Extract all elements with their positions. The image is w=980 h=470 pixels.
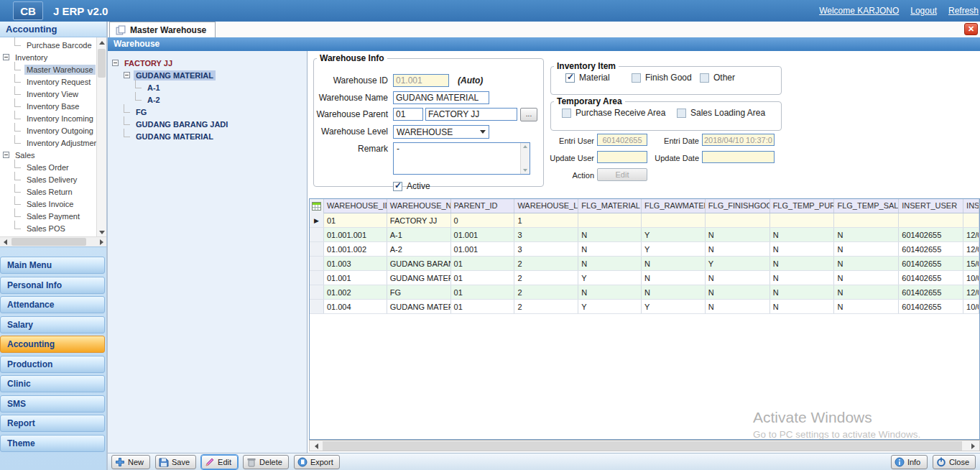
checkbox-other[interactable] (700, 73, 709, 83)
menu-salary[interactable]: Salary (0, 316, 105, 333)
link-welcome-karjono[interactable]: Welcome KARJONO (819, 6, 899, 16)
table-row[interactable]: 01.001.002A-201.0013NYNNN60140265512/0 (310, 242, 979, 257)
menu-sms[interactable]: SMS (0, 395, 105, 413)
grid-header-parent-id[interactable]: PARENT_ID (451, 199, 515, 213)
warehouse-node-gudang-material[interactable]: GUDANG MATERIAL (112, 69, 230, 81)
table-row[interactable]: 01.004GUDANG MATERIAL012YYNNN60140265510… (310, 300, 979, 314)
warehouse-parent-name-field[interactable] (425, 108, 517, 121)
remark-field[interactable]: - (393, 142, 530, 175)
option-purchase-receive-area[interactable]: Purchase Receive Area (562, 108, 665, 118)
menu-personal-info[interactable]: Personal Info (0, 277, 105, 294)
sidebar-item-sales-pos[interactable]: Sales POS (0, 222, 96, 234)
collapse-icon[interactable] (3, 54, 9, 60)
browse-parent-button[interactable]: ... (520, 108, 537, 121)
save-button[interactable]: Save (155, 455, 196, 469)
collapse-icon[interactable] (3, 152, 9, 158)
checkbox-sales-loading-area[interactable] (677, 109, 686, 118)
collapse-icon[interactable] (112, 60, 119, 66)
table-row[interactable]: 01.003GUDANG BARANG JADI012NNYNN60140265… (310, 257, 979, 271)
checkbox-label: Sales Loading Area (690, 108, 765, 118)
scrollbar-thumb[interactable] (323, 441, 962, 451)
collapse-icon[interactable] (124, 72, 130, 78)
grid-header-warehouse-level[interactable]: WAREHOUSE_LEVEL (514, 199, 578, 213)
edit-button[interactable]: Edit (201, 455, 238, 469)
scroll-up-icon[interactable] (97, 37, 107, 47)
scroll-left-icon[interactable] (310, 441, 322, 451)
warehouse-node-gudang-material[interactable]: GUDANG MATERIAL (112, 130, 230, 142)
active-checkbox-row[interactable]: Active (393, 181, 430, 191)
menu-main-menu[interactable]: Main Menu (0, 257, 105, 274)
checkbox-purchase-receive-area[interactable] (562, 109, 571, 118)
option-finish-good[interactable]: Finish Good (632, 73, 692, 83)
table-row[interactable]: ▶01FACTORY JJ01 (310, 213, 979, 228)
tree-connector-icon (14, 172, 21, 180)
entri-date-field[interactable] (702, 134, 775, 146)
table-row[interactable]: 01.001.001A-101.0013NYNNN60140265512/0 (310, 228, 979, 242)
sidebar-item-purchase-barcode[interactable]: Purchase Barcode (0, 39, 96, 51)
active-checkbox[interactable] (393, 182, 402, 191)
delete-button[interactable]: Delete (243, 455, 289, 469)
update-user-field[interactable] (597, 151, 647, 163)
grid-header-flg-material[interactable]: FLG_MATERIAL (578, 199, 642, 213)
scrollbar-thumb[interactable] (11, 238, 86, 246)
option-other[interactable]: Other (700, 73, 735, 83)
menu-production[interactable]: Production (0, 356, 105, 373)
grid-header-insert-user[interactable]: INSERT_USER (899, 199, 963, 213)
sidebar-item-label: Purchase Barcode (24, 40, 94, 50)
scroll-down-icon[interactable] (97, 227, 107, 237)
table-row[interactable]: 01.002FG012NNNNN60140265512/0 (310, 285, 979, 300)
inventory-item-group: Inventory Item MaterialFinish GoodOther (550, 61, 782, 95)
scroll-right-icon[interactable] (96, 237, 106, 247)
warehouse-parent-code-field[interactable] (393, 108, 423, 121)
close-tab-icon[interactable]: ✕ (964, 23, 978, 35)
table-row[interactable]: 01.001GUDANG MATERIAL012YNNNN60140265510… (310, 271, 979, 285)
grid-header-flg-temp-purchase[interactable]: FLG_TEMP_PURCHASE (770, 199, 835, 213)
scroll-up-icon[interactable] (521, 143, 530, 150)
warehouse-level-dropdown[interactable]: WAREHOUSE (393, 125, 489, 139)
grid-header-flg-rawmaterial[interactable]: FLG_RAWMATERIAL (642, 199, 706, 213)
sidebar-tree-horizontal-scrollbar[interactable] (0, 236, 106, 246)
link-refresh[interactable]: Refresh (948, 6, 979, 16)
grid-horizontal-scrollbar[interactable] (309, 440, 980, 451)
info-button[interactable]: Info (891, 455, 928, 469)
tab-master-warehouse[interactable]: Master Warehouse (109, 22, 216, 37)
close-button[interactable]: Close (933, 455, 976, 469)
grid-corner-icon[interactable] (310, 199, 324, 213)
menu-accounting[interactable]: Accounting (0, 336, 105, 353)
sidebar-item-inventory-adjustment[interactable]: Inventory Adjustment (0, 137, 96, 149)
grid-header-warehouse-name[interactable]: WAREHOUSE_NAME (387, 199, 451, 213)
grid-cell: 601402655 (899, 242, 963, 256)
checkbox-finish-good[interactable] (632, 73, 641, 83)
link-logout[interactable]: Logout (910, 6, 937, 16)
grid-header-inse[interactable]: INSE (963, 199, 979, 213)
scroll-right-icon[interactable] (967, 441, 979, 451)
option-sales-loading-area[interactable]: Sales Loading Area (677, 108, 765, 118)
warehouse-node-a-1[interactable]: A-1 (112, 81, 230, 93)
warehouse-name-field[interactable] (393, 91, 489, 104)
menu-report[interactable]: Report (0, 415, 105, 432)
sidebar-item-label: Sales Invoice (24, 199, 75, 209)
grid-cell: N (706, 228, 770, 241)
checkbox-material[interactable] (565, 73, 575, 83)
sidebar-tree-vertical-scrollbar[interactable] (96, 37, 106, 237)
new-button[interactable]: New (111, 455, 150, 469)
warehouse-node-factory-jj[interactable]: FACTORY JJ (112, 57, 230, 69)
grid-cell: N (834, 271, 899, 285)
export-button[interactable]: Export (294, 455, 340, 469)
remark-scrollbar[interactable] (520, 143, 530, 174)
menu-attendance[interactable]: Attendance (0, 296, 105, 313)
action-edit-button[interactable]: Edit (597, 168, 647, 181)
entri-user-field[interactable] (597, 134, 647, 146)
update-date-field[interactable] (702, 151, 775, 163)
grid-header-flg-finishgood[interactable]: FLG_FINISHGOOD (706, 199, 770, 213)
warehouse-id-field[interactable] (393, 74, 449, 87)
grid-header-flg-temp-sales[interactable]: FLG_TEMP_SALES (834, 199, 899, 213)
scroll-left-icon[interactable] (0, 237, 10, 247)
scrollbar-thumb[interactable] (98, 49, 106, 78)
option-material[interactable]: Material (565, 73, 610, 83)
grid-cell: 601402655 (899, 271, 963, 285)
scroll-down-icon[interactable] (521, 167, 530, 174)
menu-theme[interactable]: Theme (0, 435, 105, 452)
grid-header-warehouse-id[interactable]: WAREHOUSE_ID (324, 199, 387, 213)
menu-clinic[interactable]: Clinic (0, 375, 105, 392)
